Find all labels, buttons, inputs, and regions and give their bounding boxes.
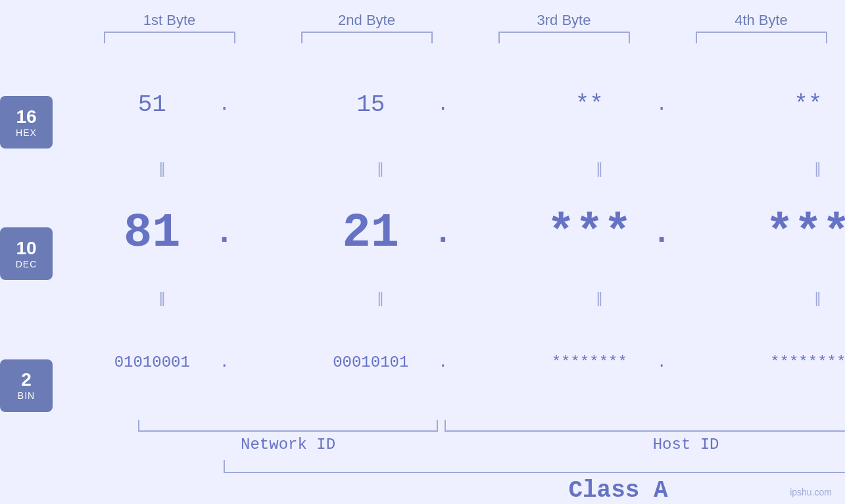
bin-row: 01010001 . 00010101 . ******** . *******… xyxy=(53,308,845,417)
byte-label-1: 1st Byte xyxy=(97,12,242,29)
sep-2: ‖ xyxy=(308,160,453,177)
dec-badge: 10 DEC xyxy=(0,227,53,280)
byte-headers: 1st Byte 2nd Byte 3rd Byte 4th Byte xyxy=(71,12,846,29)
byte-label-2: 2nd Byte xyxy=(295,12,439,29)
sep-dec-4: ‖ xyxy=(746,290,845,307)
bin-val-4: ******** xyxy=(746,354,845,371)
data-area: 51 . 15 . ** . ** . ‖ ‖ xyxy=(53,50,845,504)
bin-val-3: ******** xyxy=(527,354,652,371)
watermark: ipshu.com xyxy=(790,487,832,497)
network-id-label: Network ID xyxy=(138,436,438,453)
hex-val-4: ** xyxy=(746,91,845,118)
bottom-bracket-row xyxy=(138,420,845,432)
bracket-2 xyxy=(301,32,433,43)
dec-dot-1: . xyxy=(214,216,234,251)
bin-cell-3: ******** . xyxy=(527,354,671,371)
class-label: Class A xyxy=(224,477,845,504)
hex-cell-3: ** . xyxy=(527,91,671,118)
bin-badge: 2 BIN xyxy=(0,359,53,412)
dec-dot-3: . xyxy=(652,216,671,251)
bottom-labels: Network ID Host ID xyxy=(138,436,845,453)
hex-dot-2: . xyxy=(433,95,453,115)
base-labels: 16 HEX 10 DEC 2 BIN xyxy=(0,50,53,504)
bin-cell-4: ******** . xyxy=(746,354,845,371)
network-bracket xyxy=(138,420,438,432)
dec-val-1: 81 xyxy=(89,206,214,260)
hex-cell-1: 51 . xyxy=(89,91,234,118)
byte-label-4: 4th Byte xyxy=(689,12,834,29)
hex-dot-1: . xyxy=(214,95,234,115)
dec-dot-2: . xyxy=(433,216,453,251)
sep-dec-bin: ‖ ‖ ‖ ‖ xyxy=(53,288,845,308)
hex-val-3: ** xyxy=(527,91,652,118)
class-bracket xyxy=(224,460,845,473)
host-bracket xyxy=(445,420,845,432)
sep-dec-1: ‖ xyxy=(89,290,234,307)
sep-hex-dec: ‖ ‖ ‖ ‖ xyxy=(53,159,845,179)
bin-cell-1: 01010001 . xyxy=(89,354,234,371)
dec-val-2: 21 xyxy=(308,206,433,260)
bin-val-1: 01010001 xyxy=(89,354,214,371)
sep-1: ‖ xyxy=(89,160,234,177)
bin-dot-2: . xyxy=(433,354,453,371)
bracket-1 xyxy=(104,32,235,43)
byte-label-3: 3rd Byte xyxy=(492,12,637,29)
dec-row: 81 . 21 . *** . *** . xyxy=(53,179,845,288)
bracket-3 xyxy=(498,32,630,43)
main-container: 1st Byte 2nd Byte 3rd Byte 4th Byte 16 H… xyxy=(0,0,845,504)
hex-row: 51 . 15 . ** . ** . xyxy=(53,50,845,159)
bracket-4 xyxy=(696,32,827,43)
hex-badge: 16 HEX xyxy=(0,96,53,149)
bin-cell-2: 00010101 . xyxy=(308,354,453,371)
sep-dec-3: ‖ xyxy=(527,290,671,307)
top-bracket-row xyxy=(71,32,846,43)
hex-cell-2: 15 . xyxy=(308,91,453,118)
sep-4: ‖ xyxy=(746,160,845,177)
bin-dot-3: . xyxy=(652,354,671,371)
host-id-label: Host ID xyxy=(445,436,845,453)
dec-cell-3: *** . xyxy=(527,206,671,260)
hex-cell-4: ** . xyxy=(746,91,845,118)
hex-val-1: 51 xyxy=(89,91,214,118)
bin-val-2: 00010101 xyxy=(308,354,433,371)
hex-dot-3: . xyxy=(652,95,671,115)
hex-val-2: 15 xyxy=(308,91,433,118)
bin-dot-1: . xyxy=(214,354,234,371)
dec-val-3: *** xyxy=(527,206,652,260)
dec-cell-1: 81 . xyxy=(89,206,234,260)
class-row: Class A xyxy=(224,460,845,504)
bottom-section: Network ID Host ID Class A xyxy=(138,417,845,504)
dec-cell-4: *** . xyxy=(746,206,845,260)
dec-val-4: *** xyxy=(746,206,845,260)
content-area: 16 HEX 10 DEC 2 BIN 51 . 15 xyxy=(0,50,845,504)
sep-dec-2: ‖ xyxy=(308,290,453,307)
sep-3: ‖ xyxy=(527,160,671,177)
dec-cell-2: 21 . xyxy=(308,206,453,260)
